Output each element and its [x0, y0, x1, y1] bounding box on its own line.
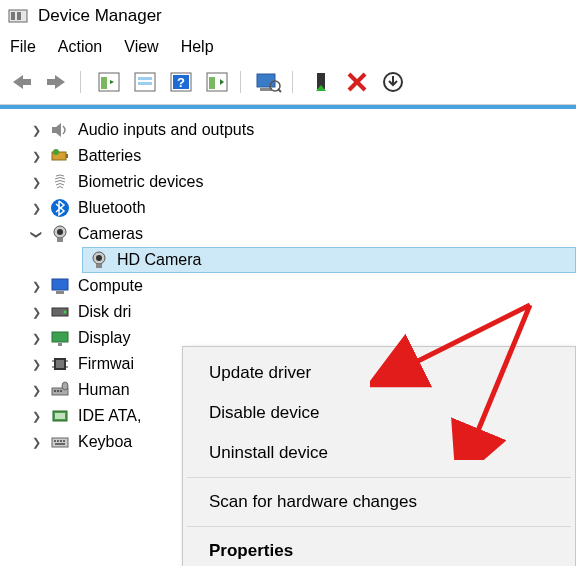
svg-rect-15	[257, 74, 275, 87]
ctx-separator	[187, 526, 571, 527]
update-driver-button[interactable]	[306, 68, 336, 96]
uninstall-device-button[interactable]	[378, 68, 408, 96]
back-button[interactable]	[6, 68, 36, 96]
menu-file[interactable]: File	[10, 38, 36, 56]
tree-node-label: Cameras	[78, 225, 143, 243]
svg-point-49	[62, 382, 68, 390]
tree-node-label: Disk dri	[78, 303, 131, 321]
svg-rect-3	[21, 79, 31, 85]
fingerprint-icon	[50, 172, 70, 192]
tree-node-label: IDE ATA,	[78, 407, 141, 425]
svg-rect-4	[47, 79, 57, 85]
scan-hardware-button[interactable]	[254, 68, 284, 96]
tree-node-label: Human	[78, 381, 130, 399]
tree-node-bluetooth[interactable]: ❯ Bluetooth	[50, 195, 576, 221]
ctx-separator	[187, 477, 571, 478]
chip-icon	[50, 354, 70, 374]
monitor-icon	[50, 276, 70, 296]
svg-rect-8	[138, 77, 152, 80]
window-title: Device Manager	[38, 6, 162, 26]
context-menu: Update driver Disable device Uninstall d…	[182, 346, 576, 566]
tree-node-disk[interactable]: ❯ Disk dri	[50, 299, 576, 325]
chevron-right-icon[interactable]: ❯	[30, 306, 42, 319]
svg-point-28	[57, 229, 63, 235]
camera-icon	[50, 224, 70, 244]
svg-rect-55	[60, 440, 62, 442]
svg-rect-33	[52, 279, 68, 290]
tree-node-batteries[interactable]: ❯ Batteries	[50, 143, 576, 169]
properties-button[interactable]	[130, 68, 160, 96]
keyboard-icon	[50, 432, 70, 452]
show-hidden-button[interactable]	[94, 68, 124, 96]
svg-rect-46	[54, 390, 56, 392]
hid-icon	[50, 380, 70, 400]
svg-rect-57	[55, 443, 65, 445]
ctx-properties[interactable]: Properties	[183, 531, 575, 566]
display-icon	[50, 328, 70, 348]
svg-rect-29	[57, 238, 63, 242]
tree-node-label: Compute	[78, 277, 143, 295]
battery-icon	[50, 146, 70, 166]
menubar: File Action View Help	[0, 32, 576, 64]
tree-node-label: Bluetooth	[78, 199, 146, 217]
chevron-right-icon[interactable]: ❯	[30, 124, 42, 137]
toolbar-separator	[80, 71, 86, 93]
chevron-right-icon[interactable]: ❯	[30, 202, 42, 215]
tree-node-label: Display	[78, 329, 130, 347]
menu-help[interactable]: Help	[181, 38, 214, 56]
tree-node-hd-camera[interactable]: HD Camera	[82, 247, 576, 273]
svg-rect-2	[17, 12, 21, 20]
tree-node-label: Firmwai	[78, 355, 134, 373]
chevron-down-icon[interactable]: ❯	[30, 228, 43, 240]
svg-rect-1	[11, 12, 15, 20]
chevron-right-icon[interactable]: ❯	[30, 358, 42, 371]
chevron-right-icon[interactable]: ❯	[30, 280, 42, 293]
svg-rect-52	[52, 438, 68, 447]
chevron-right-icon[interactable]: ❯	[30, 150, 42, 163]
svg-rect-40	[56, 360, 64, 368]
svg-rect-9	[138, 82, 152, 85]
svg-rect-51	[55, 413, 65, 419]
svg-line-18	[278, 89, 281, 92]
tree-node-label: Audio inputs and outputs	[78, 121, 254, 139]
chevron-right-icon[interactable]: ❯	[30, 176, 42, 189]
disable-device-button[interactable]	[342, 68, 372, 96]
svg-rect-34	[56, 291, 64, 294]
tree-node-audio[interactable]: ❯ Audio inputs and outputs	[50, 117, 576, 143]
svg-rect-48	[60, 390, 62, 392]
tree-node-computer[interactable]: ❯ Compute	[50, 273, 576, 299]
speaker-icon	[50, 120, 70, 140]
drive-icon	[50, 302, 70, 322]
tree-node-biometric[interactable]: ❯ Biometric devices	[50, 169, 576, 195]
toolbar-separator-2	[240, 71, 246, 93]
ctx-scan-hardware[interactable]: Scan for hardware changes	[183, 482, 575, 522]
chevron-right-icon[interactable]: ❯	[30, 436, 42, 449]
ctx-update-driver[interactable]: Update driver	[183, 353, 575, 393]
chevron-right-icon[interactable]: ❯	[30, 332, 42, 345]
menu-view[interactable]: View	[124, 38, 158, 56]
help-button[interactable]: ?	[166, 68, 196, 96]
chevron-right-icon[interactable]: ❯	[30, 410, 42, 423]
scan-button[interactable]	[202, 68, 232, 96]
svg-rect-47	[57, 390, 59, 392]
ide-icon	[50, 406, 70, 426]
tree-node-label: Batteries	[78, 147, 141, 165]
chevron-right-icon[interactable]: ❯	[30, 384, 42, 397]
ctx-uninstall-device[interactable]: Uninstall device	[183, 433, 575, 473]
bluetooth-icon	[50, 198, 70, 218]
svg-rect-24	[66, 154, 68, 158]
svg-rect-37	[52, 332, 68, 342]
svg-text:?: ?	[177, 75, 185, 90]
tree-node-cameras[interactable]: ❯ Cameras	[50, 221, 576, 247]
menu-action[interactable]: Action	[58, 38, 102, 56]
toolbar: ?	[0, 64, 576, 105]
svg-rect-38	[58, 343, 62, 346]
svg-rect-14	[209, 77, 215, 89]
svg-point-25	[53, 149, 59, 155]
svg-rect-6	[101, 77, 107, 89]
tree-node-label: Keyboa	[78, 433, 132, 451]
ctx-disable-device[interactable]: Disable device	[183, 393, 575, 433]
forward-button[interactable]	[42, 68, 72, 96]
toolbar-separator-3	[292, 71, 298, 93]
svg-rect-54	[57, 440, 59, 442]
